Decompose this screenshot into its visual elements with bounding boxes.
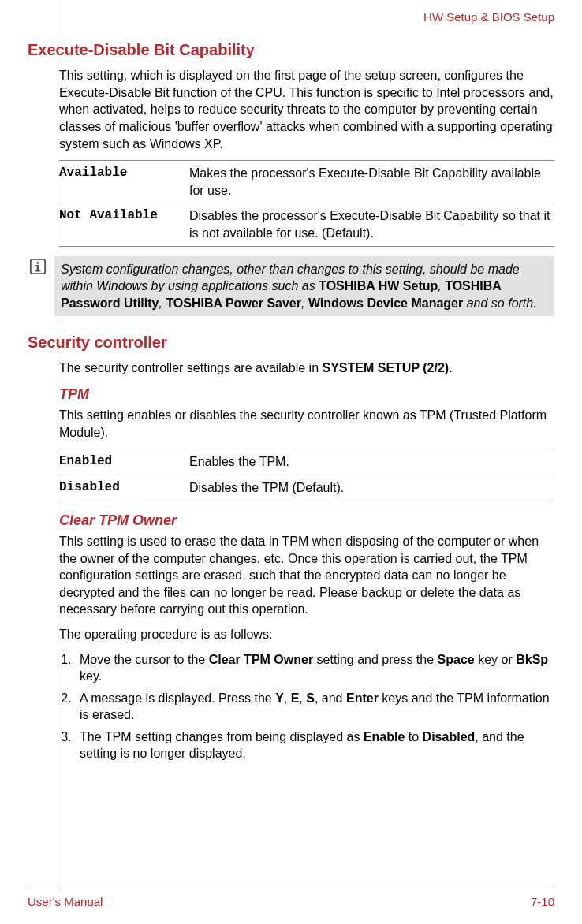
info-note: System configuration changes, other than… xyxy=(28,256,554,317)
list-item: The TPM setting changes from being displ… xyxy=(75,728,554,762)
setting-desc: Makes the processor's Execute-Disable Bi… xyxy=(189,161,554,203)
tpm-intro: This setting enables or disables the sec… xyxy=(59,407,554,441)
margin-rule xyxy=(58,0,58,891)
text: key. xyxy=(80,669,102,683)
note-text: and so forth. xyxy=(463,296,536,310)
clear-tpm-p2: The operating procedure is as follows: xyxy=(59,626,554,643)
text: , xyxy=(299,691,306,705)
text: The security controller settings are ava… xyxy=(59,361,323,374)
text-bold: S xyxy=(306,691,315,705)
heading-clear-tpm: Clear TPM Owner xyxy=(59,511,554,530)
exec-intro: This setting, which is displayed on the … xyxy=(59,67,554,152)
exec-settings-table: Available Makes the processor's Execute-… xyxy=(59,160,554,246)
section-header: HW Setup & BIOS Setup xyxy=(28,9,554,25)
text-bold: E xyxy=(291,691,300,705)
svg-point-1 xyxy=(37,262,39,264)
setting-desc: Disables the TPM (Default). xyxy=(189,475,554,501)
note-bold: TOSHIBA Power Saver xyxy=(166,296,301,310)
text: to xyxy=(405,730,422,743)
svg-rect-4 xyxy=(35,270,40,271)
text-bold: Disabled xyxy=(423,730,476,743)
setting-key: Enabled xyxy=(59,449,189,475)
heading-tpm: TPM xyxy=(59,385,554,404)
page-footer: User's Manual 7-10 xyxy=(28,889,554,910)
text-bold: BkSp xyxy=(516,653,548,666)
text-bold: Enable xyxy=(364,730,405,743)
clear-tpm-p1: This setting is used to erase the data i… xyxy=(59,533,554,618)
footer-left: User's Manual xyxy=(28,894,103,910)
setting-key: Not Available xyxy=(59,203,189,246)
table-row: Disabled Disables the TPM (Default). xyxy=(59,475,554,501)
procedure-list: Move the cursor to the Clear TPM Owner s… xyxy=(75,651,554,763)
info-icon xyxy=(29,258,47,275)
note-text: , xyxy=(301,296,308,310)
setting-desc: Disables the processor's Execute-Disable… xyxy=(189,203,554,246)
setting-key: Disabled xyxy=(59,475,189,501)
text: Move the cursor to the xyxy=(80,653,209,666)
exec-block: This setting, which is displayed on the … xyxy=(59,67,554,246)
heading-execute-disable: Execute-Disable Bit Capability xyxy=(28,39,554,61)
setting-desc: Enables the TPM. xyxy=(189,449,554,475)
note-bold: Windows Device Manager xyxy=(308,296,463,310)
footer-right: 7-10 xyxy=(531,894,554,910)
setting-key: Available xyxy=(59,161,189,203)
text: The TPM setting changes from being displ… xyxy=(80,730,364,743)
list-item: A message is displayed. Press the Y, E, … xyxy=(75,690,554,724)
text-bold: Y xyxy=(275,691,284,705)
text-bold: Enter xyxy=(346,691,379,705)
text-bold: Clear TPM Owner xyxy=(209,653,313,666)
note-text: , xyxy=(438,279,445,292)
text: . xyxy=(449,361,452,374)
list-item: Move the cursor to the Clear TPM Owner s… xyxy=(75,651,554,685)
note-bold: TOSHIBA HW Setup xyxy=(319,279,438,292)
text: A message is displayed. Press the xyxy=(80,691,275,705)
table-row: Enabled Enables the TPM. xyxy=(59,449,554,475)
text-bold: Space xyxy=(438,653,475,666)
page-body: HW Setup & BIOS Setup Execute-Disable Bi… xyxy=(0,0,582,762)
table-row: Not Available Disables the processor's E… xyxy=(59,203,554,246)
text: , xyxy=(284,691,291,705)
security-intro: The security controller settings are ava… xyxy=(59,360,554,377)
text-bold: SYSTEM SETUP (2/2) xyxy=(323,361,450,374)
svg-rect-3 xyxy=(35,265,39,266)
security-block: The security controller settings are ava… xyxy=(59,360,554,762)
text: setting and press the xyxy=(313,653,437,666)
text: , and xyxy=(315,691,346,705)
table-row: Available Makes the processor's Execute-… xyxy=(59,161,554,203)
tpm-settings-table: Enabled Enables the TPM. Disabled Disabl… xyxy=(59,449,554,501)
info-text: System configuration changes, other than… xyxy=(54,256,554,317)
text: key or xyxy=(475,653,516,666)
heading-security-controller: Security controller xyxy=(28,332,554,353)
